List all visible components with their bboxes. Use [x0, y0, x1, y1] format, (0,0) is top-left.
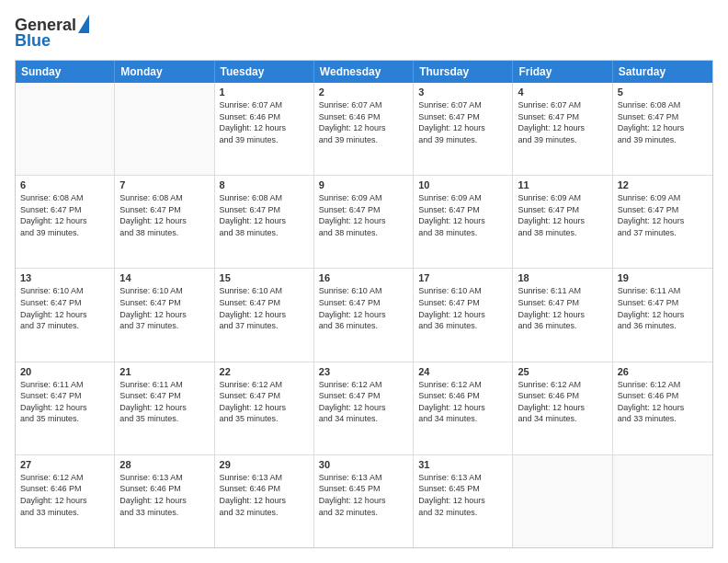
day-cell-15: 15Sunrise: 6:10 AM Sunset: 6:47 PM Dayli… — [215, 269, 314, 361]
empty-cell — [115, 83, 214, 175]
day-header-wednesday: Wednesday — [314, 61, 414, 83]
day-info: Sunrise: 6:12 AM Sunset: 6:46 PM Dayligh… — [518, 379, 607, 425]
day-number: 31 — [418, 459, 507, 470]
day-info: Sunrise: 6:12 AM Sunset: 6:47 PM Dayligh… — [319, 379, 408, 425]
day-info: Sunrise: 6:10 AM Sunset: 6:47 PM Dayligh… — [119, 285, 209, 331]
day-cell-30: 30Sunrise: 6:13 AM Sunset: 6:45 PM Dayli… — [314, 455, 414, 547]
day-number: 28 — [119, 459, 209, 470]
day-number: 14 — [119, 272, 209, 283]
day-info: Sunrise: 6:09 AM Sunset: 6:47 PM Dayligh… — [418, 192, 507, 238]
day-number: 5 — [618, 86, 708, 98]
day-number: 20 — [20, 366, 109, 377]
day-number: 2 — [319, 86, 408, 98]
day-number: 10 — [418, 179, 507, 190]
day-number: 9 — [319, 179, 408, 190]
day-cell-25: 25Sunrise: 6:12 AM Sunset: 6:46 PM Dayli… — [513, 362, 612, 454]
day-info: Sunrise: 6:12 AM Sunset: 6:46 PM Dayligh… — [418, 379, 507, 425]
day-info: Sunrise: 6:10 AM Sunset: 6:47 PM Dayligh… — [20, 285, 109, 331]
day-info: Sunrise: 6:07 AM Sunset: 6:47 PM Dayligh… — [418, 99, 507, 145]
page: General Blue SundayMondayTuesdayWednesda… — [0, 0, 728, 563]
empty-cell — [16, 83, 115, 175]
day-cell-14: 14Sunrise: 6:10 AM Sunset: 6:47 PM Dayli… — [115, 269, 214, 361]
day-number: 12 — [618, 179, 708, 190]
day-cell-11: 11Sunrise: 6:09 AM Sunset: 6:47 PM Dayli… — [513, 176, 612, 268]
day-number: 26 — [618, 366, 708, 377]
day-number: 3 — [418, 86, 507, 98]
day-number: 23 — [319, 366, 408, 377]
day-header-tuesday: Tuesday — [215, 61, 314, 83]
day-info: Sunrise: 6:07 AM Sunset: 6:46 PM Dayligh… — [220, 99, 309, 145]
day-cell-20: 20Sunrise: 6:11 AM Sunset: 6:47 PM Dayli… — [16, 362, 115, 454]
day-info: Sunrise: 6:12 AM Sunset: 6:46 PM Dayligh… — [618, 379, 708, 425]
day-header-thursday: Thursday — [414, 61, 513, 83]
day-cell-2: 2Sunrise: 6:07 AM Sunset: 6:46 PM Daylig… — [314, 83, 414, 175]
day-info: Sunrise: 6:11 AM Sunset: 6:47 PM Dayligh… — [618, 285, 708, 331]
day-cell-13: 13Sunrise: 6:10 AM Sunset: 6:47 PM Dayli… — [16, 269, 115, 361]
day-cell-28: 28Sunrise: 6:13 AM Sunset: 6:46 PM Dayli… — [115, 455, 214, 547]
day-number: 21 — [119, 366, 209, 377]
day-number: 22 — [220, 366, 309, 377]
day-cell-26: 26Sunrise: 6:12 AM Sunset: 6:46 PM Dayli… — [613, 362, 712, 454]
day-info: Sunrise: 6:08 AM Sunset: 6:47 PM Dayligh… — [20, 192, 109, 238]
day-info: Sunrise: 6:08 AM Sunset: 6:47 PM Dayligh… — [618, 99, 708, 145]
week-row-3: 13Sunrise: 6:10 AM Sunset: 6:47 PM Dayli… — [16, 269, 712, 362]
day-cell-12: 12Sunrise: 6:09 AM Sunset: 6:47 PM Dayli… — [613, 176, 712, 268]
day-cell-7: 7Sunrise: 6:08 AM Sunset: 6:47 PM Daylig… — [115, 176, 214, 268]
day-info: Sunrise: 6:07 AM Sunset: 6:47 PM Dayligh… — [518, 99, 607, 145]
day-info: Sunrise: 6:08 AM Sunset: 6:47 PM Dayligh… — [220, 192, 309, 238]
day-info: Sunrise: 6:11 AM Sunset: 6:47 PM Dayligh… — [20, 379, 109, 425]
week-row-4: 20Sunrise: 6:11 AM Sunset: 6:47 PM Dayli… — [16, 362, 712, 455]
week-row-2: 6Sunrise: 6:08 AM Sunset: 6:47 PM Daylig… — [16, 176, 712, 269]
day-info: Sunrise: 6:13 AM Sunset: 6:45 PM Dayligh… — [418, 472, 507, 518]
day-info: Sunrise: 6:09 AM Sunset: 6:47 PM Dayligh… — [618, 192, 708, 238]
day-number: 7 — [119, 179, 209, 190]
day-number: 11 — [518, 179, 607, 190]
calendar-body: 1Sunrise: 6:07 AM Sunset: 6:46 PM Daylig… — [16, 83, 712, 547]
day-cell-3: 3Sunrise: 6:07 AM Sunset: 6:47 PM Daylig… — [414, 83, 513, 175]
empty-cell — [513, 455, 612, 547]
day-cell-31: 31Sunrise: 6:13 AM Sunset: 6:45 PM Dayli… — [414, 455, 513, 547]
day-info: Sunrise: 6:09 AM Sunset: 6:47 PM Dayligh… — [518, 192, 607, 238]
day-info: Sunrise: 6:10 AM Sunset: 6:47 PM Dayligh… — [319, 285, 408, 331]
day-info: Sunrise: 6:10 AM Sunset: 6:47 PM Dayligh… — [220, 285, 309, 331]
day-cell-19: 19Sunrise: 6:11 AM Sunset: 6:47 PM Dayli… — [613, 269, 712, 361]
logo-blue: Blue — [15, 31, 51, 51]
header: General Blue — [15, 15, 713, 51]
day-number: 29 — [220, 459, 309, 470]
day-number: 16 — [319, 272, 408, 283]
day-number: 24 — [418, 366, 507, 377]
logo: General Blue — [15, 15, 89, 51]
day-number: 17 — [418, 272, 507, 283]
day-cell-18: 18Sunrise: 6:11 AM Sunset: 6:47 PM Dayli… — [513, 269, 612, 361]
day-cell-29: 29Sunrise: 6:13 AM Sunset: 6:46 PM Dayli… — [215, 455, 314, 547]
day-header-sunday: Sunday — [16, 61, 115, 83]
logo-triangle-icon — [78, 15, 89, 33]
week-row-5: 27Sunrise: 6:12 AM Sunset: 6:46 PM Dayli… — [16, 455, 712, 547]
day-info: Sunrise: 6:09 AM Sunset: 6:47 PM Dayligh… — [319, 192, 408, 238]
day-number: 1 — [220, 86, 309, 98]
day-header-saturday: Saturday — [613, 61, 712, 83]
calendar: SundayMondayTuesdayWednesdayThursdayFrid… — [15, 60, 713, 548]
day-cell-24: 24Sunrise: 6:12 AM Sunset: 6:46 PM Dayli… — [414, 362, 513, 454]
day-number: 18 — [518, 272, 607, 283]
day-cell-23: 23Sunrise: 6:12 AM Sunset: 6:47 PM Dayli… — [314, 362, 414, 454]
day-header-monday: Monday — [115, 61, 214, 83]
day-number: 19 — [618, 272, 708, 283]
empty-cell — [613, 455, 712, 547]
day-number: 30 — [319, 459, 408, 470]
day-number: 15 — [220, 272, 309, 283]
day-cell-4: 4Sunrise: 6:07 AM Sunset: 6:47 PM Daylig… — [513, 83, 612, 175]
day-number: 4 — [518, 86, 607, 98]
day-info: Sunrise: 6:11 AM Sunset: 6:47 PM Dayligh… — [518, 285, 607, 331]
day-number: 8 — [220, 179, 309, 190]
day-cell-21: 21Sunrise: 6:11 AM Sunset: 6:47 PM Dayli… — [115, 362, 214, 454]
day-info: Sunrise: 6:13 AM Sunset: 6:46 PM Dayligh… — [220, 472, 309, 518]
day-info: Sunrise: 6:12 AM Sunset: 6:46 PM Dayligh… — [20, 472, 109, 518]
day-header-friday: Friday — [513, 61, 612, 83]
day-cell-5: 5Sunrise: 6:08 AM Sunset: 6:47 PM Daylig… — [613, 83, 712, 175]
day-info: Sunrise: 6:07 AM Sunset: 6:46 PM Dayligh… — [319, 99, 408, 145]
day-cell-22: 22Sunrise: 6:12 AM Sunset: 6:47 PM Dayli… — [215, 362, 314, 454]
day-cell-1: 1Sunrise: 6:07 AM Sunset: 6:46 PM Daylig… — [215, 83, 314, 175]
day-cell-8: 8Sunrise: 6:08 AM Sunset: 6:47 PM Daylig… — [215, 176, 314, 268]
day-number: 25 — [518, 366, 607, 377]
